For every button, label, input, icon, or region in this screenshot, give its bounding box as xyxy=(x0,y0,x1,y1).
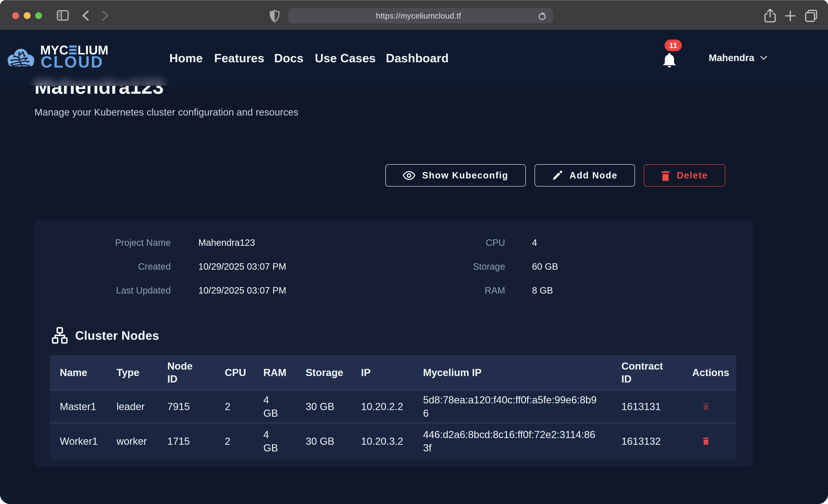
delete-node-button[interactable] xyxy=(703,437,709,445)
column-header-name: Name xyxy=(50,355,107,390)
nodes-table-wrap: NameTypeNode IDCPURAMStorageIPMycelium I… xyxy=(50,355,736,459)
back-icon[interactable] xyxy=(81,10,90,21)
column-header-ram: RAM xyxy=(253,355,295,390)
column-header-node-id: Node ID xyxy=(157,355,215,390)
delete-node-button[interactable] xyxy=(703,402,709,410)
cell-ip: 10.20.2.2 xyxy=(351,390,413,423)
close-window-button[interactable] xyxy=(12,12,19,19)
nav-link-features[interactable]: Features xyxy=(214,52,264,64)
nodes-table-header-row: NameTypeNode IDCPURAMStorageIPMycelium I… xyxy=(50,355,736,390)
minimize-window-button[interactable] xyxy=(24,12,31,19)
nav-links: HomeFeaturesDocsUse CasesDashboard xyxy=(0,30,828,86)
nav-link-dashboard[interactable]: Dashboard xyxy=(386,52,449,64)
cluster-details-card: Project NameMahendra123Created10/29/2025… xyxy=(34,219,753,467)
column-header-cpu: CPU xyxy=(215,355,253,390)
pencil-icon xyxy=(552,170,563,181)
new-tab-icon[interactable] xyxy=(785,10,796,21)
user-name: Mahendra xyxy=(709,52,754,64)
info-label: Project Name xyxy=(48,237,171,248)
add-node-button[interactable]: Add Node xyxy=(535,164,635,186)
info-label: Last Updated xyxy=(48,285,171,296)
nav-link-docs[interactable]: Docs xyxy=(274,52,303,64)
trash-icon xyxy=(661,170,670,181)
browser-window: https://myceliumcloud.tf Mahendra123 Man… xyxy=(0,0,828,504)
cell-contract-id: 1613132 xyxy=(611,423,682,459)
delete-cluster-button[interactable]: Delete xyxy=(644,164,725,186)
cell-node-id: 7915 xyxy=(157,390,215,423)
cluster-nodes-icon xyxy=(51,327,69,344)
page-viewport: Mahendra123 Manage your Kubernetes clust… xyxy=(0,30,828,504)
cluster-actions-row: Show Kubeconfig Add Node Delete xyxy=(385,164,725,186)
trash-icon xyxy=(703,437,709,445)
column-header-contract-id: Contract ID xyxy=(611,355,682,390)
show-kubeconfig-label: Show Kubeconfig xyxy=(422,170,508,180)
nodes-table: NameTypeNode IDCPURAMStorageIPMycelium I… xyxy=(50,355,736,459)
nodes-table-body: Master1leader791524 GB30 GB10.20.2.25d8:… xyxy=(50,390,736,459)
cell-contract-id: 1613131 xyxy=(611,390,682,423)
cell-cpu: 2 xyxy=(215,390,253,423)
add-node-label: Add Node xyxy=(570,170,618,180)
info-value: 8 GB xyxy=(532,285,558,296)
forward-icon[interactable] xyxy=(101,10,110,21)
column-header-mycelium-ip: Mycelium IP xyxy=(413,355,611,390)
info-value: Mahendra123 xyxy=(198,237,286,248)
bell-icon xyxy=(662,53,676,68)
column-header-storage: Storage xyxy=(295,355,351,390)
eye-icon xyxy=(403,171,415,180)
cell-name: Worker1 xyxy=(50,423,107,459)
sidebar-toggle-icon[interactable] xyxy=(57,10,69,21)
info-label: Created xyxy=(48,261,171,272)
cell-actions xyxy=(682,390,736,423)
info-value: 4 xyxy=(532,237,558,248)
zoom-window-button[interactable] xyxy=(35,12,42,19)
node-row-worker1: Worker1worker171524 GB30 GB10.20.3.2446:… xyxy=(50,423,736,459)
project-info-right: CPU4Storage60 GBRAM8 GB xyxy=(394,237,558,296)
user-menu[interactable]: Mahendra xyxy=(709,30,767,86)
site-navbar: Mahendra123 xyxy=(0,30,828,86)
notification-count-badge: 11 xyxy=(665,40,682,51)
info-value: 10/29/2025 03:07 PM xyxy=(198,285,286,296)
trash-icon xyxy=(703,402,709,410)
browser-titlebar: https://myceliumcloud.tf xyxy=(0,0,828,30)
info-value: 60 GB xyxy=(532,261,558,272)
column-header-ip: IP xyxy=(351,355,413,390)
nav-link-home[interactable]: Home xyxy=(169,52,203,64)
cell-storage: 30 GB xyxy=(295,423,351,459)
cell-node-id: 1715 xyxy=(157,423,215,459)
chevron-down-icon xyxy=(760,55,767,60)
project-info-left: Project NameMahendra123Created10/29/2025… xyxy=(48,237,286,296)
page-subtitle: Manage your Kubernetes cluster configura… xyxy=(35,106,298,119)
reload-icon[interactable] xyxy=(537,11,548,22)
nodes-table-head: NameTypeNode IDCPURAMStorageIPMycelium I… xyxy=(50,355,736,390)
tab-overview-icon[interactable] xyxy=(805,10,818,22)
info-label: CPU xyxy=(394,237,505,248)
url-text: https://myceliumcloud.tf xyxy=(288,8,549,24)
cell-type: leader xyxy=(107,390,157,423)
cell-ip: 10.20.3.2 xyxy=(351,423,413,459)
cell-mycelium-ip: 5d8:78ea:a120:f40c:ff0f:a5fe:99e6:8b96 xyxy=(413,390,611,423)
delete-label: Delete xyxy=(677,170,708,180)
column-header-type: Type xyxy=(107,355,157,390)
cell-storage: 30 GB xyxy=(295,390,351,423)
traffic-lights xyxy=(12,12,42,19)
cell-mycelium-ip: 446:d2a6:8bcd:8c16:ff0f:72e2:3114:863f xyxy=(413,423,611,459)
share-icon[interactable] xyxy=(764,9,776,23)
info-label: RAM xyxy=(394,285,505,296)
column-header-actions: Actions xyxy=(682,355,736,390)
cluster-nodes-title: Cluster Nodes xyxy=(75,329,159,342)
info-label: Storage xyxy=(394,261,505,272)
cell-type: worker xyxy=(107,423,157,459)
cell-ram: 4 GB xyxy=(253,423,295,459)
cell-name: Master1 xyxy=(50,390,107,423)
cell-cpu: 2 xyxy=(215,423,253,459)
show-kubeconfig-button[interactable]: Show Kubeconfig xyxy=(385,164,526,186)
cell-ram: 4 GB xyxy=(253,390,295,423)
notifications-button[interactable]: 11 xyxy=(661,53,682,76)
cluster-nodes-header: Cluster Nodes xyxy=(51,327,159,344)
info-value: 10/29/2025 03:07 PM xyxy=(198,261,286,272)
privacy-shield-icon[interactable] xyxy=(270,10,280,23)
nav-link-use-cases[interactable]: Use Cases xyxy=(315,52,376,64)
node-row-master1: Master1leader791524 GB30 GB10.20.2.25d8:… xyxy=(50,390,736,423)
url-bar[interactable]: https://myceliumcloud.tf xyxy=(288,8,553,24)
cell-actions xyxy=(682,423,736,459)
